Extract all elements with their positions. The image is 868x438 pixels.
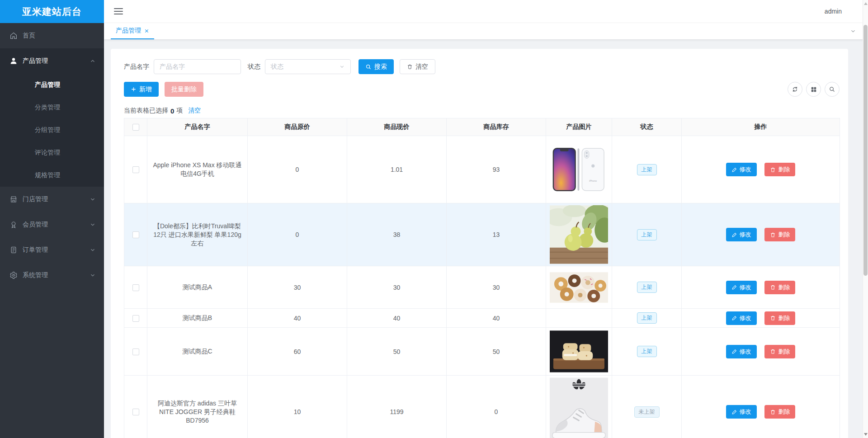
original-price: 10 [248, 376, 347, 438]
shop-icon [9, 195, 18, 203]
column-header: 商品现价 [347, 118, 447, 136]
status-badge: 上架 [637, 229, 657, 240]
hamburger-icon[interactable] [114, 8, 124, 14]
row-checkbox[interactable] [132, 409, 139, 415]
svg-text:iPhone: iPhone [589, 179, 597, 182]
select-all-checkbox[interactable] [132, 124, 139, 131]
edit-button[interactable]: 修改 [726, 228, 757, 241]
product-name-input[interactable]: 产品名字 [154, 59, 241, 74]
batch-delete-button[interactable]: 批量删除 [165, 82, 203, 97]
order-icon [9, 246, 18, 254]
row-checkbox[interactable] [132, 315, 139, 322]
sidebar-subitem-comment-management[interactable]: 评论管理 [0, 141, 104, 164]
user-icon [9, 57, 18, 65]
column-header: 产品图片 [546, 118, 612, 136]
top-header: admin [104, 0, 868, 23]
edit-button[interactable]: 修改 [726, 311, 757, 325]
status-label: 状态 [248, 63, 260, 71]
sidebar-item-store-management[interactable]: 门店管理 [0, 187, 104, 212]
add-button[interactable]: 新增 [124, 82, 159, 97]
stock: 13 [447, 203, 546, 266]
pencil-icon [731, 349, 737, 354]
chevron-down-icon [90, 272, 96, 278]
trash-icon [770, 167, 776, 173]
trash-icon [407, 64, 413, 70]
stock: 93 [447, 136, 546, 203]
row-checkbox[interactable] [132, 349, 139, 355]
user-menu[interactable]: admin [825, 8, 842, 15]
stock: 30 [447, 266, 546, 309]
delete-button[interactable]: 删除 [764, 345, 795, 358]
sidebar-menu: 首页 产品管理 产品管理 分类管理 [0, 23, 104, 438]
status-select[interactable]: 状态 [265, 59, 351, 74]
row-checkbox[interactable] [132, 284, 139, 291]
column-settings-button[interactable] [806, 82, 821, 97]
tab-label: 产品管理 [116, 27, 141, 35]
sidebar-item-product-management[interactable]: 产品管理 [0, 48, 104, 74]
table-tools [788, 82, 840, 97]
status-badge: 上架 [637, 282, 657, 293]
table-row: 阿迪达斯官方 adidas 三叶草 NITE JOGGER 男子经典鞋BD795… [124, 376, 840, 438]
refresh-icon [792, 86, 798, 93]
current-price: 40 [347, 309, 447, 328]
status-badge: 上架 [637, 346, 657, 357]
sidebar-item-home[interactable]: 首页 [0, 23, 104, 48]
status-badge: 上架 [637, 312, 657, 324]
edit-button[interactable]: 修改 [726, 163, 757, 176]
close-icon[interactable] [144, 28, 149, 33]
column-header: 操作 [682, 118, 840, 136]
sidebar-subitem-group-management[interactable]: 分组管理 [0, 119, 104, 141]
sidebar-subitem-spec-management[interactable]: 规格管理 [0, 164, 104, 187]
product-panel: 产品名字 产品名字 状态 状态 搜索 [111, 49, 848, 438]
delete-button[interactable]: 删除 [764, 228, 795, 241]
product-name: 测试商品A [151, 281, 244, 293]
clear-selection-link[interactable]: 清空 [188, 107, 201, 115]
edit-button[interactable]: 修改 [726, 405, 757, 419]
table-search-button[interactable] [825, 82, 840, 97]
sidebar-subitem-category-management[interactable]: 分类管理 [0, 96, 104, 119]
chevron-down-icon [90, 196, 96, 203]
original-price: 60 [248, 328, 347, 376]
edit-button[interactable]: 修改 [726, 281, 757, 294]
pencil-icon [731, 284, 737, 290]
product-name: 【Dole都乐】比利时Truval啤梨12只 进口水果新鲜梨 单果120g左右 [151, 220, 244, 250]
chevron-down-icon [339, 64, 345, 70]
pencil-icon [731, 167, 737, 173]
refresh-button[interactable] [788, 82, 802, 97]
sidebar-item-order-management[interactable]: 订单管理 [0, 237, 104, 263]
cookies-product-photo [550, 330, 608, 372]
row-checkbox[interactable] [132, 166, 139, 173]
tab-product-management[interactable]: 产品管理 [111, 23, 154, 39]
content-area: 产品名字 产品名字 状态 状态 搜索 [104, 39, 868, 438]
donuts-product-photo [550, 272, 608, 303]
chevron-down-icon [90, 221, 96, 228]
selection-info: 当前表格已选择 0 项 清空 [124, 107, 840, 115]
vertical-scrollbar[interactable] [863, 0, 868, 438]
original-price: 0 [248, 136, 347, 203]
trash-icon [770, 232, 776, 238]
product-table: 产品名字 商品原价 商品现价 商品库存 产品图片 状态 操作 [124, 118, 840, 438]
delete-button[interactable]: 删除 [764, 405, 795, 419]
delete-button[interactable]: 删除 [764, 163, 795, 176]
scroll-down-arrow[interactable] [864, 433, 868, 436]
row-checkbox[interactable] [132, 231, 139, 238]
search-button[interactable]: 搜索 [359, 59, 394, 74]
stock: 40 [447, 309, 546, 328]
sidebar-item-system-management[interactable]: 系统管理 [0, 263, 104, 288]
plus-icon [131, 86, 137, 92]
scroll-up-arrow[interactable] [864, 2, 868, 5]
sidebar-item-member-management[interactable]: 会员管理 [0, 212, 104, 237]
scrollbar-thumb[interactable] [863, 25, 868, 276]
clear-search-button[interactable]: 清空 [400, 59, 435, 74]
sidebar: 亚米建站后台 首页 产品管理 产品管 [0, 0, 104, 438]
tab-list-dropdown[interactable] [850, 23, 856, 39]
sidebar-item-label: 门店管理 [23, 195, 48, 203]
delete-button[interactable]: 删除 [764, 281, 795, 294]
stock: 0 [447, 376, 546, 438]
product-image-empty [546, 309, 612, 328]
edit-button[interactable]: 修改 [726, 345, 757, 358]
pencil-icon [731, 315, 737, 321]
sidebar-subitem-product-management[interactable]: 产品管理 [0, 74, 104, 96]
status-badge: 上架 [637, 164, 657, 175]
delete-button[interactable]: 删除 [764, 311, 795, 325]
